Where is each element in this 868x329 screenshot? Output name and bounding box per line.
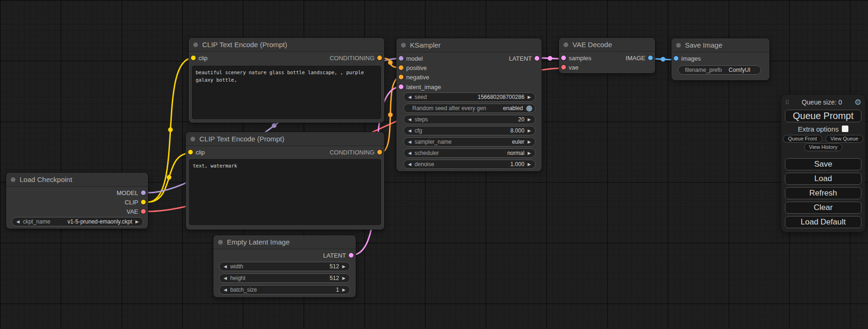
cfg-widget[interactable]: ◀ cfg 8.000 ▶	[403, 126, 536, 135]
output-slot-latent[interactable]	[535, 56, 539, 61]
height-widget[interactable]: ◀ height 512 ▶	[219, 273, 350, 283]
input-label-model: model	[406, 55, 423, 62]
view-queue-button[interactable]: View Queue	[826, 135, 864, 143]
settings-gear-icon[interactable]: ⚙	[854, 98, 861, 106]
node-collapse-dot-icon[interactable]	[218, 240, 223, 245]
decrement-arrow-icon[interactable]: ◀	[408, 118, 411, 122]
width-widget[interactable]: ◀ width 512 ▶	[219, 262, 350, 271]
input-slot-negative[interactable]	[399, 75, 403, 79]
increment-arrow-icon[interactable]: ▶	[528, 95, 531, 99]
wire-clip-to-negative-prompt	[148, 153, 191, 202]
node-collapse-dot-icon[interactable]	[11, 177, 15, 182]
node-clip-text-encode-positive[interactable]: CLIP Text Encode (Prompt) clip CONDITION…	[189, 38, 384, 123]
toggle-on-icon[interactable]	[526, 105, 532, 112]
increment-arrow-icon[interactable]: ▶	[342, 276, 346, 280]
node-empty-latent-image[interactable]: Empty Latent Image LATENT ◀ width 512 ▶ …	[213, 235, 356, 297]
node-title-bar[interactable]: CLIP Text Encode (Prompt)	[189, 38, 384, 52]
extra-options-checkbox[interactable]	[842, 126, 848, 132]
input-label-samples: samples	[569, 55, 591, 62]
sampler-name-widget[interactable]: ◀ sampler_name euler ▶	[403, 137, 536, 147]
panel-drag-handle-icon[interactable]: ⠿	[785, 99, 790, 105]
node-title: Empty Latent Image	[227, 238, 289, 246]
node-save-image[interactable]: Save Image images filename_prefix ComfyU…	[671, 38, 769, 80]
output-slot-model[interactable]	[141, 190, 146, 195]
node-title: CLIP Text Encode (Prompt)	[199, 135, 284, 143]
node-load-checkpoint[interactable]: Load Checkpoint MODEL CLIP VAE ◀ ckpt_na…	[6, 173, 148, 229]
decrement-arrow-icon[interactable]: ◀	[16, 220, 20, 224]
decrement-arrow-icon[interactable]: ◀	[408, 162, 411, 167]
input-slot-positive[interactable]	[399, 65, 403, 70]
random-seed-toggle-widget[interactable]: Random seed after every gen enabled	[403, 104, 536, 113]
node-collapse-dot-icon[interactable]	[676, 43, 681, 48]
node-title-bar[interactable]: KSampler	[396, 38, 542, 52]
increment-arrow-icon[interactable]: ▶	[528, 151, 531, 155]
load-default-button[interactable]: Load Default	[785, 216, 861, 228]
increment-arrow-icon[interactable]: ▶	[135, 220, 139, 224]
ckpt-name-widget[interactable]: ◀ ckpt_name v1-5-pruned-emaonly.ckpt ▶	[12, 217, 143, 226]
node-collapse-dot-icon[interactable]	[401, 43, 406, 48]
increment-arrow-icon[interactable]: ▶	[342, 265, 346, 269]
input-slot-model[interactable]	[399, 56, 403, 61]
output-slot-clip[interactable]	[141, 200, 146, 204]
increment-arrow-icon[interactable]: ▶	[528, 129, 531, 133]
decrement-arrow-icon[interactable]: ◀	[408, 140, 411, 144]
node-clip-text-encode-negative[interactable]: CLIP Text Encode (Prompt) clip CONDITION…	[186, 132, 384, 230]
input-slot-latent-image[interactable]	[399, 84, 403, 89]
node-graph-canvas[interactable]: Load Checkpoint MODEL CLIP VAE ◀ ckpt_na…	[0, 0, 868, 329]
node-collapse-dot-icon[interactable]	[564, 42, 568, 47]
increment-arrow-icon[interactable]: ▶	[528, 162, 531, 167]
positive-prompt-textarea[interactable]: beautiful scenery nature glass bottle la…	[192, 66, 381, 119]
output-slot-conditioning[interactable]	[377, 150, 382, 154]
refresh-button[interactable]: Refresh	[785, 187, 861, 199]
widget-value: enabled	[503, 105, 523, 112]
seed-widget[interactable]: ◀ seed 156680208700286 ▶	[403, 92, 536, 102]
steps-widget[interactable]: ◀ steps 20 ▶	[403, 115, 536, 124]
increment-arrow-icon[interactable]: ▶	[528, 140, 531, 144]
increment-arrow-icon[interactable]: ▶	[342, 288, 346, 292]
node-title-bar[interactable]: VAE Decode	[559, 38, 655, 52]
decrement-arrow-icon[interactable]: ◀	[408, 151, 411, 155]
input-slot-images[interactable]	[674, 56, 678, 61]
batch-size-widget[interactable]: ◀ batch_size 1 ▶	[219, 285, 350, 294]
node-collapse-dot-icon[interactable]	[193, 42, 198, 47]
node-title-bar[interactable]: Load Checkpoint	[6, 173, 148, 187]
output-label-conditioning: CONDITIONING	[330, 55, 374, 62]
load-button[interactable]: Load	[785, 173, 861, 185]
node-ksampler[interactable]: KSampler model LATENT positive negative …	[396, 38, 542, 171]
decrement-arrow-icon[interactable]: ◀	[408, 95, 411, 99]
link-midpoint-dot	[388, 60, 393, 65]
denoise-widget[interactable]: ◀ denoise 1.000 ▶	[403, 160, 536, 169]
queue-front-button[interactable]: Queue Front	[783, 135, 822, 143]
decrement-arrow-icon[interactable]: ◀	[408, 129, 411, 133]
filename-prefix-widget[interactable]: filename_prefix ComfyUI	[678, 65, 761, 75]
clear-button[interactable]: Clear	[785, 202, 861, 214]
view-history-button[interactable]: View History	[804, 143, 843, 151]
queue-prompt-button[interactable]: Queue Prompt	[785, 110, 861, 122]
node-title-bar[interactable]: Empty Latent Image	[213, 235, 356, 249]
input-slot-clip[interactable]	[188, 150, 193, 154]
input-slot-clip[interactable]	[191, 56, 196, 60]
output-slot-latent[interactable]	[349, 253, 353, 258]
increment-arrow-icon[interactable]: ▶	[528, 118, 531, 122]
decrement-arrow-icon[interactable]: ◀	[224, 276, 227, 280]
widget-value: 20	[518, 116, 524, 123]
widget-value: euler	[512, 139, 524, 145]
decrement-arrow-icon[interactable]: ◀	[224, 265, 227, 269]
decrement-arrow-icon[interactable]: ◀	[224, 288, 227, 292]
output-slot-conditioning[interactable]	[377, 56, 382, 60]
link-midpoint-dot	[272, 123, 276, 128]
node-title-bar[interactable]: CLIP Text Encode (Prompt)	[186, 132, 384, 146]
output-slot-vae[interactable]	[141, 209, 146, 214]
output-slot-image[interactable]	[648, 56, 653, 60]
input-slot-samples[interactable]	[561, 56, 566, 60]
input-slot-vae[interactable]	[561, 65, 566, 70]
negative-prompt-textarea[interactable]: text, watermark	[189, 159, 381, 225]
widget-value: ComfyUI	[728, 67, 750, 73]
node-title: VAE Decode	[572, 41, 612, 49]
link-midpoint-dot	[388, 112, 393, 117]
node-collapse-dot-icon[interactable]	[191, 137, 195, 141]
scheduler-widget[interactable]: ◀ scheduler normal ▶	[403, 148, 536, 158]
node-vae-decode[interactable]: VAE Decode samples IMAGE vae	[559, 38, 655, 73]
node-title-bar[interactable]: Save Image	[671, 38, 769, 52]
save-button[interactable]: Save	[785, 158, 861, 170]
